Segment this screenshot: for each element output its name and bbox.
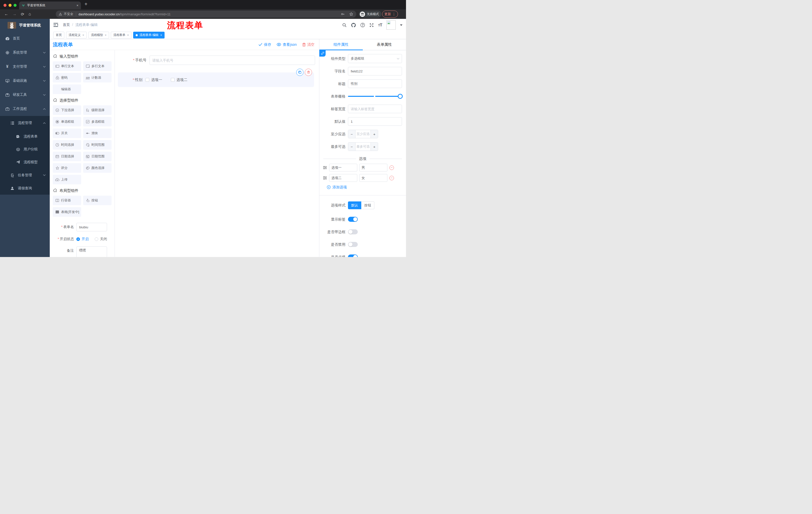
worktab-process-definition[interactable]: 流程定义× — [66, 32, 87, 38]
worktab-process-form-edit[interactable]: 流程表单-编辑× — [133, 32, 165, 38]
canvas-field-gender-selected[interactable]: *性别 选项一 选项二 — [118, 73, 314, 87]
field-name-input[interactable] — [348, 67, 402, 76]
sidebar-item-workflow[interactable]: 工作流程 — [0, 102, 50, 116]
chip-multi-line-text[interactable]: 多行文本 — [83, 61, 112, 71]
github-icon[interactable] — [351, 23, 356, 28]
font-size-icon[interactable]: TT — [378, 23, 382, 28]
form-remark-textarea[interactable]: 嘿嘿 — [76, 246, 107, 257]
chip-rate[interactable]: 评分 — [53, 163, 81, 173]
reload-icon[interactable]: ⟳ — [21, 12, 24, 17]
worktab-process-model[interactable]: 流程模型× — [88, 32, 109, 38]
drag-handle-icon[interactable] — [323, 166, 327, 169]
chip-upload[interactable]: 上传 — [53, 175, 81, 184]
status-radio-on[interactable]: 开启 — [76, 237, 89, 241]
option-value-input[interactable] — [359, 174, 387, 182]
stepper-minus-button[interactable]: − — [348, 142, 355, 151]
component-type-select[interactable]: 多选框组 — [348, 54, 402, 63]
fullscreen-icon[interactable] — [369, 23, 374, 27]
search-icon[interactable] — [342, 23, 347, 27]
border-toggle[interactable] — [348, 229, 358, 234]
sidebar-item-home[interactable]: 首页 — [0, 31, 50, 46]
remove-option-button[interactable]: − — [389, 165, 394, 170]
copy-component-button[interactable] — [296, 69, 303, 76]
forward-icon[interactable]: → — [12, 12, 17, 16]
disabled-toggle[interactable] — [348, 242, 358, 247]
max-select-value[interactable]: 最多可选 — [355, 142, 371, 151]
worktab-process-form[interactable]: 流程表单× — [111, 32, 132, 38]
traffic-lights[interactable] — [3, 3, 19, 8]
minimize-window-button[interactable] — [8, 4, 11, 7]
data-bind-link-button[interactable] — [319, 50, 326, 57]
chip-row-container[interactable]: 行容器 — [53, 196, 81, 205]
chip-checkbox-group[interactable]: 多选框组 — [83, 117, 112, 127]
bookmark-star-icon[interactable] — [349, 12, 353, 16]
browser-tab[interactable]: 芋道管理系统 × — [19, 1, 81, 9]
drag-handle-icon[interactable] — [323, 176, 327, 180]
chip-switch[interactable]: 开关 — [53, 129, 81, 138]
tab-component-props[interactable]: 组件属性 — [319, 39, 363, 50]
sidebar-item-payment[interactable]: ¥ 支付管理 — [0, 60, 50, 74]
min-select-stepper[interactable]: − 至少应选 + — [348, 130, 378, 138]
max-select-stepper[interactable]: − 最多可选 + — [348, 142, 378, 151]
option-label-input[interactable] — [329, 174, 357, 182]
chip-editor[interactable]: 编辑器 — [53, 84, 81, 94]
sidebar-item-dev-tools[interactable]: 研发工具 — [0, 88, 50, 102]
required-toggle[interactable] — [348, 254, 358, 257]
home-icon[interactable]: ⌂ — [28, 12, 31, 16]
chip-time-range[interactable]: 时间范围 — [83, 140, 112, 150]
key-icon[interactable] — [341, 12, 345, 16]
url-bar[interactable]: 不安全 dashboard.yudao.iocoder.cn/bpm/manag… — [56, 10, 356, 18]
collapse-sidebar-icon[interactable] — [53, 23, 58, 27]
phone-input[interactable] — [149, 56, 315, 65]
option-label-input[interactable] — [329, 164, 357, 171]
chip-select[interactable]: 下拉选择 — [53, 105, 81, 115]
checkbox-icon[interactable] — [171, 78, 175, 82]
option-value-input[interactable] — [359, 164, 387, 171]
sidebar-item-user-group[interactable]: 用户分组 — [0, 143, 50, 156]
stepper-minus-button[interactable]: − — [348, 130, 355, 138]
new-tab-button[interactable]: + — [84, 1, 87, 7]
browser-menu-dots-icon[interactable]: ⋮ — [392, 12, 396, 16]
min-select-value[interactable]: 至少应选 — [355, 130, 371, 138]
chip-date-picker[interactable]: 日期选择 — [53, 152, 81, 161]
chip-counter[interactable]: 123计数器 — [83, 73, 112, 82]
form-grid-slider[interactable] — [348, 92, 402, 101]
worktab-home[interactable]: 首页 — [53, 32, 64, 38]
chip-table-dev[interactable]: 表格[开发中] — [53, 207, 81, 217]
sidebar-item-process-model[interactable]: 流程模型 — [0, 156, 50, 168]
help-icon[interactable] — [360, 23, 365, 27]
stepper-plus-button[interactable]: + — [371, 130, 378, 138]
tab-form-props[interactable]: 表单属性 — [363, 39, 406, 50]
sidebar-item-task-management[interactable]: 任务管理 — [0, 168, 50, 182]
stepper-plus-button[interactable]: + — [371, 142, 378, 151]
title-input[interactable] — [348, 79, 402, 88]
close-window-button[interactable] — [3, 4, 6, 7]
label-width-input[interactable] — [348, 105, 402, 113]
default-value-input[interactable] — [348, 117, 402, 126]
update-button[interactable]: 更新 ⋮ — [382, 10, 398, 18]
chevron-down-icon[interactable] — [400, 24, 403, 26]
close-icon[interactable]: × — [127, 33, 129, 37]
chip-radio-group[interactable]: 单选框组 — [53, 117, 81, 127]
remove-option-button[interactable]: − — [389, 176, 394, 180]
chip-single-line-text[interactable]: 单行文本 — [53, 61, 81, 71]
sidebar-logo[interactable]: 芋道管理系统 — [0, 19, 50, 31]
chip-date-range[interactable]: 日期范围 — [83, 152, 112, 161]
avatar[interactable] — [386, 20, 396, 30]
view-json-button[interactable]: 查看json — [277, 42, 297, 47]
sidebar-item-system[interactable]: 系统管理 — [0, 46, 50, 60]
show-label-toggle[interactable] — [348, 217, 358, 222]
style-default-button[interactable]: 默认 — [348, 201, 361, 209]
close-tab-icon[interactable]: × — [76, 3, 78, 7]
checkbox-icon[interactable] — [145, 78, 149, 82]
breadcrumb-home[interactable]: 首页 — [63, 23, 70, 27]
back-icon[interactable]: ← — [4, 12, 8, 16]
chip-time-picker[interactable]: 时间选择 — [53, 140, 81, 150]
sidebar-item-infrastructure[interactable]: 基础设施 — [0, 74, 50, 88]
status-radio-off[interactable]: 关闭 — [95, 237, 107, 241]
sidebar-item-leave-query[interactable]: 请假查询 — [0, 182, 50, 195]
save-button[interactable]: 保存 — [259, 42, 271, 47]
add-option-button[interactable]: 添加选项 — [327, 185, 406, 190]
close-icon[interactable]: × — [82, 33, 84, 37]
sidebar-item-process-form[interactable]: 流程表单 — [0, 130, 50, 143]
